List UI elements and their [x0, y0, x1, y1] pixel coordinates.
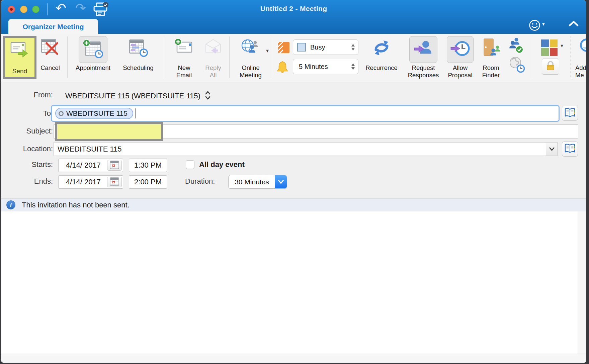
presence-circle-icon	[59, 111, 64, 116]
message-body[interactable]	[1, 211, 586, 354]
tab-label: Organizer Meeting	[22, 23, 84, 30]
location-label: Location:	[8, 145, 53, 153]
meeting-form: From: WBEDITSUITE 115 (WBEDITSUITE 115) …	[1, 82, 586, 198]
window-title: Untitled 2 - Meeting	[1, 5, 586, 13]
location-dropdown-button[interactable]	[546, 143, 557, 156]
tab-organizer-meeting[interactable]: Organizer Meeting	[8, 19, 98, 34]
request-responses-button[interactable]: RequestResponses	[405, 35, 442, 80]
location-value: WBEDITSUITE 115	[54, 145, 122, 154]
appointment-button[interactable]: Appointment	[71, 35, 115, 80]
ends-date-value: 4/14/ 2017	[59, 178, 101, 186]
reminder-bell-icon	[277, 61, 288, 76]
room-finder-icon	[476, 38, 506, 58]
from-stepper-icon	[204, 91, 211, 101]
subject-highlight-annotation	[55, 122, 163, 141]
online-meeting-caret-icon[interactable]: ▾	[266, 48, 269, 54]
add-meeting-button[interactable]: AddMe	[574, 35, 586, 80]
ends-label: Ends:	[8, 177, 53, 186]
starts-time-field[interactable]: 1:30 PM	[129, 159, 167, 172]
collapse-ribbon-icon[interactable]	[569, 21, 579, 28]
ribbon: Send Cancel A	[1, 34, 586, 82]
mini-calendar-icon	[110, 177, 119, 187]
feedback-smiley-icon[interactable]	[528, 19, 541, 33]
online-meeting-button[interactable]: ▾ OnlineMeeting	[235, 35, 267, 80]
starts-date-field[interactable]: 4/14/ 2017	[58, 159, 123, 172]
recipient-name: WBEDITSUITE 115	[66, 109, 128, 117]
ribbon-divider	[271, 36, 271, 78]
ends-time-value: 2:00 PM	[134, 178, 162, 186]
ribbon-divider	[165, 36, 165, 78]
reminder-select[interactable]: 5 Minutes	[293, 59, 358, 74]
request-responses-selected-box	[409, 36, 437, 63]
infobar-message: This invitation has not been sent.	[22, 201, 130, 209]
titlebar: ↶ ↷ Untitled 2 - Meeting ▾	[1, 0, 586, 34]
address-book-icon	[564, 108, 576, 119]
online-service-icon	[574, 38, 586, 54]
to-address-book-button[interactable]	[562, 106, 578, 121]
scheduling-button[interactable]: Scheduling	[118, 35, 158, 80]
status-select[interactable]: Busy	[293, 39, 358, 55]
room-finder-button[interactable]: RoomFinder	[476, 35, 506, 80]
starts-label: Starts:	[8, 160, 53, 169]
categorize-icon[interactable]	[541, 39, 558, 56]
feedback-caret-icon[interactable]: ▾	[542, 21, 545, 27]
free-busy-swatch-icon	[278, 42, 289, 53]
send-icon	[10, 41, 29, 60]
ribbon-divider	[229, 36, 230, 78]
request-responses-icon	[414, 39, 433, 60]
scheduling-icon	[118, 38, 158, 58]
location-address-book-button[interactable]	[562, 142, 578, 157]
meeting-window: ↶ ↷ Untitled 2 - Meeting ▾	[1, 0, 586, 363]
categorize-caret-icon[interactable]: ▾	[561, 42, 563, 49]
appointment-selected-box	[79, 36, 107, 63]
ends-time-field[interactable]: 2:00 PM	[129, 175, 167, 189]
subject-label: Subject:	[8, 127, 53, 135]
new-email-button[interactable]: NewEmail	[170, 35, 198, 80]
all-day-label: All day event	[199, 160, 245, 169]
location-field[interactable]: WBEDITSUITE 115	[54, 142, 558, 156]
from-value: WBEDITSUITE 115 (WBEDITSUITE 115)	[65, 92, 200, 100]
time-zones-icon[interactable]	[508, 55, 525, 75]
busy-square-icon	[297, 43, 306, 52]
status-bar	[1, 354, 586, 363]
duration-popup[interactable]: 30 Minutes	[228, 175, 287, 189]
recurrence-button[interactable]: Recurrence	[362, 35, 401, 80]
starts-time-value: 1:30 PM	[134, 161, 162, 169]
info-icon: i	[6, 200, 15, 209]
all-day-checkbox[interactable]	[186, 160, 194, 169]
stepper-icon[interactable]	[351, 44, 355, 51]
invite-attendees-icon[interactable]	[508, 37, 524, 56]
lock-icon	[546, 61, 555, 72]
starts-date-picker-button[interactable]	[107, 160, 122, 171]
address-book-icon	[564, 144, 576, 155]
allow-proposal-button[interactable]: AllowProposal	[445, 35, 476, 80]
new-email-icon	[170, 38, 198, 56]
online-meeting-icon	[235, 38, 267, 56]
ribbon-dotted-divider	[571, 36, 571, 79]
private-button[interactable]	[542, 59, 559, 75]
appointment-icon	[82, 39, 104, 60]
ribbon-divider	[532, 36, 532, 78]
stepper-icon[interactable]	[351, 63, 355, 70]
send-button[interactable]: Send	[3, 36, 36, 79]
duration-value: 30 Minutes	[229, 178, 275, 186]
text-cursor	[136, 108, 136, 118]
from-selector[interactable]: WBEDITSUITE 115 (WBEDITSUITE 115)	[65, 91, 211, 101]
cancel-button[interactable]: Cancel	[36, 35, 64, 80]
send-label: Send	[12, 68, 27, 75]
allow-proposal-selected-box	[447, 36, 474, 63]
starts-date-value: 4/14/ 2017	[59, 161, 101, 170]
ends-date-picker-button[interactable]	[107, 177, 122, 187]
to-field[interactable]: WBEDITSUITE 115	[51, 105, 560, 122]
recurrence-icon	[362, 38, 401, 58]
scrollbar-track[interactable]	[578, 211, 586, 354]
reply-all-button: ReplyAll	[200, 35, 227, 80]
mini-calendar-icon	[110, 161, 119, 170]
reply-all-icon	[200, 38, 227, 56]
popup-chevron-icon	[275, 175, 287, 188]
allow-proposal-icon	[450, 39, 470, 60]
recipient-token[interactable]: WBEDITSUITE 115	[55, 108, 133, 119]
ends-date-field[interactable]: 4/14/ 2017	[58, 175, 123, 189]
infobar: i This invitation has not been sent.	[1, 198, 586, 211]
duration-label: Duration:	[185, 177, 215, 186]
